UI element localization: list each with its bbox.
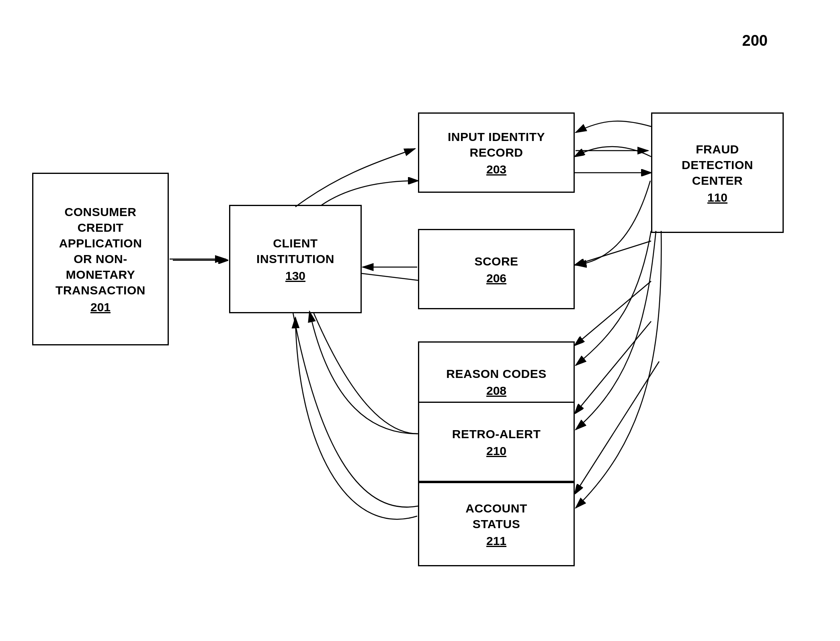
score-number: 206 (486, 272, 506, 285)
client-box: CLIENTINSTITUTION 130 (229, 205, 362, 313)
input-identity-label: INPUT IDENTITYRECORD (448, 129, 545, 160)
reason-codes-number: 208 (486, 384, 506, 398)
client-number: 130 (285, 269, 305, 283)
account-status-label: ACCOUNTSTATUS (465, 500, 527, 532)
retro-alert-number: 210 (486, 444, 506, 458)
score-box: SCORE 206 (418, 229, 575, 309)
retro-alert-box: RETRO-ALERT 210 (418, 402, 575, 482)
fraud-detection-number: 110 (707, 191, 727, 204)
diagram-title: 200 (742, 32, 768, 49)
account-status-number: 211 (486, 534, 506, 548)
consumer-label: CONSUMERCREDITAPPLICATIONOR NON-MONETARY… (55, 204, 145, 298)
consumer-box: CONSUMERCREDITAPPLICATIONOR NON-MONETARY… (32, 173, 169, 345)
svg-line-3 (575, 241, 651, 265)
svg-line-6 (575, 321, 651, 414)
client-label: CLIENTINSTITUTION (256, 235, 334, 267)
input-identity-box: INPUT IDENTITYRECORD 203 (418, 112, 575, 193)
fraud-detection-box: FRAUDDETECTIONCENTER 110 (651, 112, 784, 233)
retro-alert-label: RETRO-ALERT (452, 426, 541, 442)
input-identity-number: 203 (486, 163, 506, 176)
account-status-box: ACCOUNTSTATUS 211 (418, 482, 575, 566)
fraud-detection-label: FRAUDDETECTIONCENTER (682, 141, 753, 188)
reason-codes-label: REASON CODES (446, 366, 546, 382)
consumer-number: 201 (90, 300, 111, 314)
svg-line-5 (575, 281, 651, 345)
svg-line-7 (575, 361, 659, 494)
score-label: SCORE (474, 253, 518, 269)
diagram: 200 CONSUMERC (0, 0, 840, 641)
